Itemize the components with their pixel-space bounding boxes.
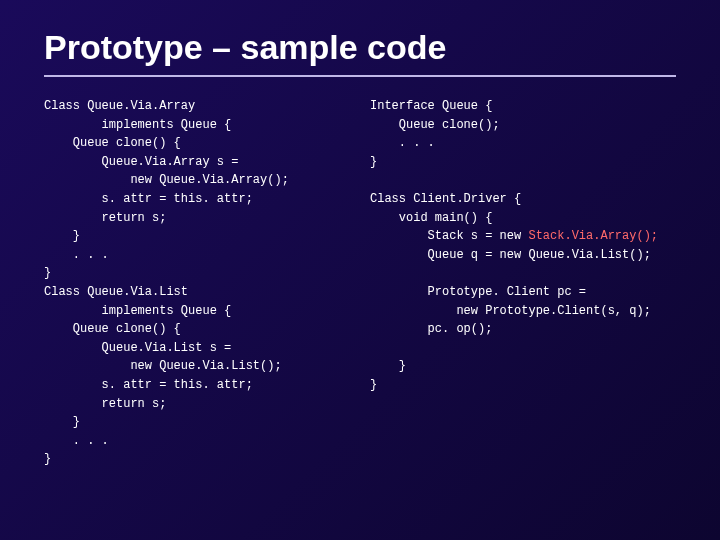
code-columns: Class Queue.Via.Array implements Queue {… (44, 97, 676, 469)
page-title: Prototype – sample code (44, 28, 676, 67)
code-right-highlight: Stack.Via.Array(); (528, 229, 658, 243)
column-left: Class Queue.Via.Array implements Queue {… (44, 97, 350, 469)
title-underline (44, 75, 676, 77)
slide: Prototype – sample code Class Queue.Via.… (0, 0, 720, 540)
code-block-right: Interface Queue { Queue clone(); . . . }… (370, 97, 676, 395)
code-right-pre: Interface Queue { Queue clone(); . . . }… (370, 99, 528, 243)
code-block-left: Class Queue.Via.Array implements Queue {… (44, 97, 350, 469)
code-right-post: Queue q = new Queue.Via.List(); Prototyp… (370, 248, 651, 392)
column-right: Interface Queue { Queue clone(); . . . }… (370, 97, 676, 469)
